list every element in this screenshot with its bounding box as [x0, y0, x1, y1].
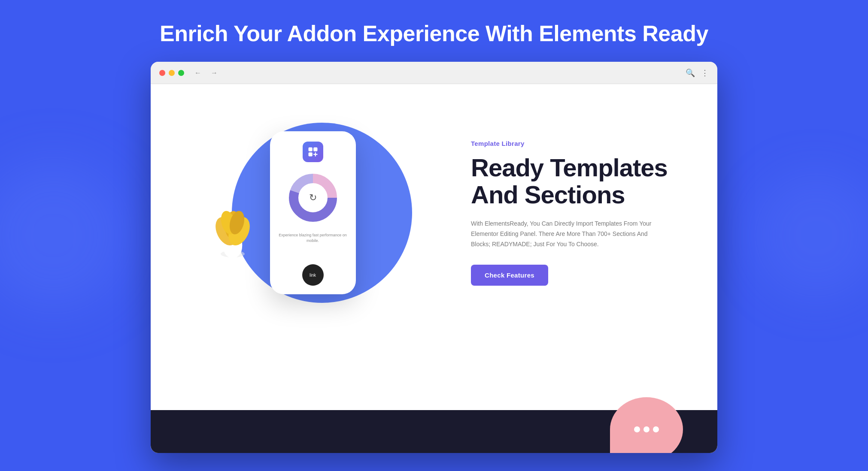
description-text: With ElementsReady, You Can Directly Imp…	[471, 219, 660, 249]
maximize-dot[interactable]	[178, 70, 184, 76]
back-button[interactable]: ←	[192, 67, 204, 79]
browser-toolbar: ← → 🔍 ⋮	[151, 62, 717, 84]
chat-bubble-shape	[610, 397, 683, 453]
plant-decoration	[207, 190, 258, 261]
browser-window: ← → 🔍 ⋮	[151, 62, 717, 453]
bg-glow-right	[752, 171, 868, 300]
phone-btn-label: link	[310, 273, 316, 278]
chat-dot-1	[634, 426, 640, 432]
right-section: Template Library Ready Templates And Sec…	[462, 114, 717, 312]
menu-icon[interactable]: ⋮	[701, 68, 709, 78]
page-title: Enrich Your Addon Experience With Elemen…	[160, 0, 708, 62]
chat-dot-3	[653, 426, 659, 432]
template-library-label: Template Library	[471, 140, 683, 147]
browser-nav: ← →	[192, 67, 220, 79]
phone-link-button[interactable]: link	[302, 264, 324, 286]
app-icon-svg	[307, 146, 319, 158]
forward-button[interactable]: →	[208, 67, 220, 79]
search-icon[interactable]: 🔍	[686, 68, 695, 78]
chat-dots	[634, 426, 659, 432]
svg-rect-8	[313, 148, 317, 151]
left-section: ↻ Experience blazing fast performance on…	[151, 84, 462, 341]
app-icon	[303, 142, 323, 162]
browser-actions: 🔍 ⋮	[686, 68, 709, 78]
check-features-button[interactable]: Check Features	[471, 265, 548, 286]
bg-glow-left	[0, 160, 129, 311]
heading-line-1: Ready Templates	[471, 154, 668, 181]
phone-mockup: ↻ Experience blazing fast performance on…	[270, 131, 356, 294]
minimize-dot[interactable]	[169, 70, 175, 76]
chat-dot-2	[643, 426, 649, 432]
phone-tagline: Experience blazing fast performance on m…	[277, 232, 349, 243]
donut-chart: ↻	[285, 170, 341, 226]
svg-rect-7	[308, 148, 312, 151]
browser-dots	[159, 70, 184, 76]
svg-rect-9	[308, 152, 312, 156]
main-heading: Ready Templates And Sections	[471, 154, 683, 209]
browser-content: ↻ Experience blazing fast performance on…	[151, 84, 717, 453]
content-layout: ↻ Experience blazing fast performance on…	[151, 84, 717, 341]
close-dot[interactable]	[159, 70, 165, 76]
donut-center-icon: ↻	[309, 192, 317, 203]
chat-bubble-decoration	[610, 397, 683, 453]
heading-line-2: And Sections	[471, 181, 625, 208]
